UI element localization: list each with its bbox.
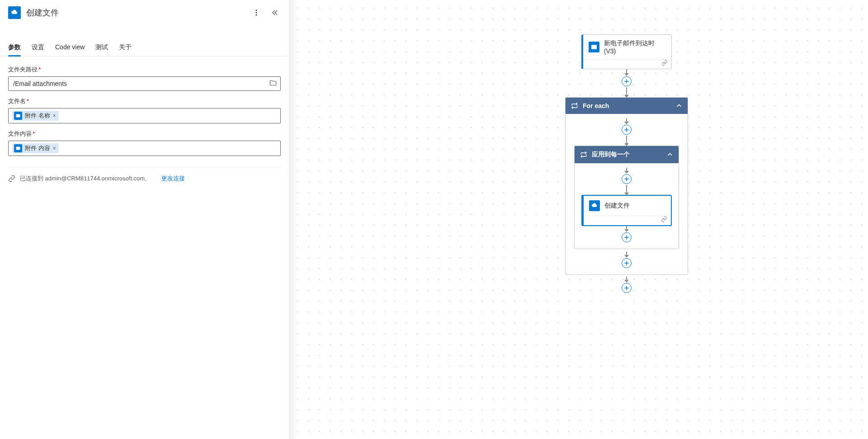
- add-step-button[interactable]: [622, 174, 632, 184]
- change-connection-link[interactable]: 更改连接: [161, 175, 185, 183]
- folder-path-input[interactable]: [8, 76, 281, 91]
- trigger-title: 新电子邮件到达时(V3): [604, 39, 666, 55]
- token-remove-icon[interactable]: ×: [53, 145, 56, 151]
- properties-panel: 创建文件 参数 设置 Code view 测试 关于 文件夹路径* 文件名*: [0, 0, 289, 439]
- tab-test[interactable]: 测试: [95, 42, 108, 56]
- file-name-input[interactable]: 附件 名称 ×: [8, 108, 281, 123]
- connection-indicator: [583, 59, 671, 69]
- chevron-up-icon[interactable]: [676, 103, 682, 109]
- chevron-up-icon[interactable]: [667, 151, 673, 158]
- loop-icon: [580, 151, 587, 158]
- file-name-label: 文件名*: [8, 97, 281, 105]
- connector-line: [626, 136, 627, 146]
- onedrive-icon: [589, 200, 600, 211]
- loop-icon: [571, 102, 578, 109]
- link-icon: [661, 60, 668, 66]
- outlook-icon: [14, 112, 22, 120]
- folder-path-label: 文件夹路径*: [8, 66, 281, 74]
- flow-column: 新电子邮件到达时(V3) For each: [565, 34, 688, 294]
- connection-indicator: [584, 216, 671, 225]
- svg-point-2: [256, 14, 257, 16]
- file-content-token[interactable]: 附件 内容 ×: [12, 143, 59, 153]
- tab-code-view[interactable]: Code view: [55, 42, 85, 56]
- divider: [8, 167, 281, 167]
- foreach-title: For each: [583, 102, 671, 109]
- link-icon: [661, 216, 667, 222]
- tab-settings[interactable]: 设置: [32, 42, 44, 56]
- panel-title: 创建文件: [26, 7, 245, 18]
- onedrive-icon: [8, 6, 21, 19]
- tab-about[interactable]: 关于: [119, 42, 132, 56]
- collapse-panel-button[interactable]: [268, 6, 281, 19]
- connector-line: [626, 252, 627, 257]
- create-file-title: 创建文件: [604, 202, 630, 210]
- add-step-button[interactable]: [622, 283, 632, 293]
- field-file-content: 文件内容* 附件 内容 ×: [8, 130, 281, 156]
- more-button[interactable]: [250, 6, 263, 19]
- link-icon: [8, 175, 15, 182]
- connector-line: [626, 69, 627, 76]
- connector-line: [626, 168, 627, 173]
- connector-line: [626, 277, 627, 282]
- panel-body: 文件夹路径* 文件名* 附件 名称 × 文件内容*: [0, 57, 289, 439]
- svg-point-1: [256, 12, 257, 14]
- file-content-input[interactable]: 附件 内容 ×: [8, 141, 281, 156]
- foreach-body: 应用到每一个 创建文件: [566, 114, 688, 269]
- field-folder-path: 文件夹路径*: [8, 66, 281, 91]
- svg-rect-3: [16, 114, 20, 118]
- svg-point-0: [256, 10, 257, 11]
- folder-browse-icon[interactable]: [269, 79, 277, 89]
- connector-line: [626, 87, 627, 97]
- connector-line: [626, 185, 627, 195]
- panel-tabs: 参数 设置 Code view 测试 关于: [0, 42, 289, 57]
- svg-rect-5: [591, 45, 597, 49]
- trigger-node[interactable]: 新电子邮件到达时(V3): [581, 34, 672, 69]
- file-name-token[interactable]: 附件 名称 ×: [12, 111, 59, 121]
- apply-each-node[interactable]: 应用到每一个 创建文件: [574, 146, 679, 249]
- outlook-icon: [14, 144, 22, 152]
- foreach-node[interactable]: For each 应用到每一个: [565, 97, 688, 275]
- connector-line: [626, 226, 627, 231]
- connection-text: 已连接到 admin@CRM811744.onmicrosoft.com。: [20, 175, 151, 183]
- svg-rect-4: [16, 147, 20, 150]
- connector-line: [626, 118, 627, 124]
- apply-each-body: 创建文件: [575, 163, 679, 243]
- connection-row: 已连接到 admin@CRM811744.onmicrosoft.com。 更改…: [8, 175, 281, 183]
- file-content-label: 文件内容*: [8, 130, 281, 138]
- apply-each-title: 应用到每一个: [592, 151, 662, 159]
- field-file-name: 文件名* 附件 名称 ×: [8, 97, 281, 123]
- foreach-header[interactable]: For each: [566, 98, 688, 114]
- add-step-button[interactable]: [622, 76, 632, 86]
- panel-header: 创建文件: [0, 0, 289, 25]
- create-file-node[interactable]: 创建文件: [581, 195, 672, 226]
- add-step-button[interactable]: [622, 125, 632, 135]
- flow-canvas[interactable]: 新电子邮件到达时(V3) For each: [289, 0, 868, 439]
- outlook-icon: [589, 42, 599, 52]
- apply-each-header[interactable]: 应用到每一个: [575, 146, 679, 163]
- add-step-button[interactable]: [622, 258, 632, 268]
- token-label: 附件 名称: [25, 112, 50, 120]
- token-label: 附件 内容: [25, 144, 50, 152]
- add-step-button[interactable]: [622, 232, 632, 242]
- token-remove-icon[interactable]: ×: [53, 113, 56, 119]
- tab-parameters[interactable]: 参数: [8, 42, 21, 56]
